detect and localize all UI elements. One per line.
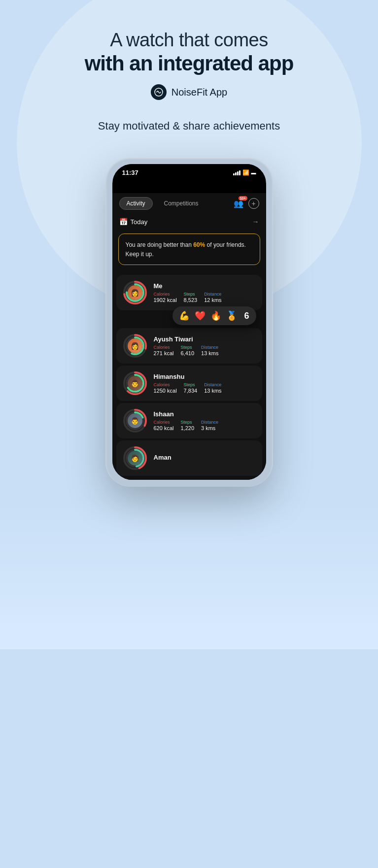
calories-ishaan: 620 kcal [154, 425, 174, 431]
subtitle: Stay motivated & share achievements [98, 120, 280, 133]
steps-himanshu: 7,834 [184, 388, 198, 394]
status-time: 11:37 [122, 169, 138, 176]
reaction-flex-icon[interactable]: 💪 [179, 310, 190, 321]
calories-label-me: Calories [154, 292, 177, 297]
avatar-ayush: 👩 [128, 338, 142, 353]
tabs-row: Activity Competitions 👥 10+ + [112, 193, 266, 214]
ring-aman: 🧑 [122, 445, 148, 471]
user-name-ayush: Ayush Tiwari [154, 335, 256, 343]
reaction-popup[interactable]: 💪 ❤️ 🔥 🏅 6 [172, 306, 256, 325]
calories-label-ishaan: Calories [154, 420, 174, 425]
user-info-me: Me Calories 1902 kcal Steps 8,523 [154, 282, 256, 303]
app-badge: NoiseFit App [151, 84, 227, 100]
distance-me: 12 kms [204, 297, 221, 303]
app-screen: Activity Competitions 👥 10+ + 📅 [112, 193, 266, 480]
steps-label-me: Steps [184, 292, 198, 297]
ring-me: 👩 [122, 280, 148, 305]
motivation-highlight: 60% [193, 241, 205, 248]
phone-inner: 11:37 📶 ▬ [112, 164, 266, 480]
motivation-card: You are doing better than 60% of your fr… [118, 234, 260, 265]
user-item-me[interactable]: 👩 Me Calories 1902 kcal [116, 275, 262, 310]
avatar-ishaan: 👨 [128, 413, 142, 428]
steps-label-ayush: Steps [180, 345, 194, 350]
user-stats-himanshu: Calories 1250 kcal Steps 7,834 Distance [154, 382, 256, 394]
reaction-medal-icon[interactable]: 🏅 [226, 310, 237, 321]
ring-ishaan: 👨 [122, 408, 148, 434]
tab-competitions[interactable]: Competitions [157, 197, 206, 210]
calories-ayush: 271 kcal [154, 350, 174, 356]
user-list: 👩 Me Calories 1902 kcal [112, 269, 266, 480]
calories-label-ayush: Calories [154, 345, 174, 350]
user-info-himanshu: Himanshu Calories 1250 kcal Steps 7,834 [154, 373, 256, 394]
app-name: NoiseFit App [172, 87, 227, 98]
status-bar: 11:37 📶 ▬ [112, 164, 266, 179]
avatar-himanshu: 👨 [128, 376, 142, 391]
user-info-ayush: Ayush Tiwari Calories 271 kcal Steps 6,4… [154, 335, 256, 356]
dynamic-island [167, 179, 211, 189]
distance-ishaan: 3 kms [201, 425, 218, 431]
signal-icon [233, 170, 241, 175]
avatar-me: 👩 [128, 285, 142, 300]
steps-me: 8,523 [184, 297, 198, 303]
status-icons: 📶 ▬ [233, 169, 256, 176]
user-stats-ayush: Calories 271 kcal Steps 6,410 Distance [154, 345, 256, 356]
ring-himanshu: 👨 [122, 370, 148, 396]
calories-label-himanshu: Calories [154, 382, 177, 387]
user-item-aman[interactable]: 🧑 Aman [116, 440, 262, 476]
user-info-ishaan: Ishaan Calories 620 kcal Steps 1,220 [154, 410, 256, 431]
reaction-fire-icon[interactable]: 🔥 [210, 310, 221, 321]
headline-bold: with an integrated app [85, 52, 294, 75]
user-name-himanshu: Himanshu [154, 373, 256, 380]
today-label: Today [131, 218, 148, 226]
user-item-ayush[interactable]: 👩 Ayush Tiwari Calories 271 kcal [116, 328, 262, 364]
distance-label-ayush: Distance [201, 345, 218, 350]
wifi-icon: 📶 [242, 169, 249, 176]
calendar-icon: 📅 [119, 218, 128, 226]
friends-badge: 10+ [239, 196, 247, 200]
phone-mockup: 11:37 📶 ▬ [105, 157, 273, 487]
steps-label-ishaan: Steps [180, 420, 194, 425]
user-item-ishaan[interactable]: 👨 Ishaan Calories 620 kcal [116, 403, 262, 438]
user-name-aman: Aman [154, 454, 256, 461]
tab-activity[interactable]: Activity [119, 197, 153, 210]
avatar-aman: 🧑 [128, 451, 142, 466]
today-arrow: → [252, 218, 259, 226]
reaction-heart-icon[interactable]: ❤️ [195, 310, 206, 321]
page-content: A watch that comes with an integrated ap… [0, 0, 378, 649]
user-stats-ishaan: Calories 620 kcal Steps 1,220 Distance [154, 420, 256, 431]
friend-icon-btn[interactable]: 👥 10+ [234, 199, 243, 208]
calories-himanshu: 1250 kcal [154, 388, 177, 394]
steps-label-himanshu: Steps [184, 382, 198, 387]
distance-ayush: 13 kms [201, 350, 218, 356]
today-row[interactable]: 📅 Today → [112, 214, 266, 230]
battery-icon: ▬ [251, 170, 256, 175]
distance-label-himanshu: Distance [204, 382, 221, 387]
bottom-section [0, 501, 378, 649]
distance-label-ishaan: Distance [201, 420, 218, 425]
motivation-text-prefix: You are doing better than [126, 241, 194, 248]
user-name-ishaan: Ishaan [154, 410, 256, 418]
steps-ayush: 6,410 [180, 350, 194, 356]
user-info-aman: Aman [154, 454, 256, 463]
noisefit-icon [151, 84, 167, 100]
friends-icon: 👥 [234, 200, 243, 208]
phone-outer: 11:37 📶 ▬ [105, 157, 273, 487]
user-stats-me: Calories 1902 kcal Steps 8,523 Distance [154, 292, 256, 303]
calories-me: 1902 kcal [154, 297, 177, 303]
reaction-count: 6 [244, 311, 249, 321]
user-item-himanshu[interactable]: 👨 Himanshu Calories 1250 kcal [116, 366, 262, 401]
distance-label-me: Distance [204, 292, 221, 297]
headline-light: A watch that comes [110, 30, 268, 51]
user-name-me: Me [154, 282, 256, 290]
ring-ayush: 👩 [122, 333, 148, 359]
distance-himanshu: 13 kms [204, 388, 221, 394]
tab-actions: 👥 10+ + [234, 198, 259, 209]
steps-ishaan: 1,220 [180, 425, 194, 431]
add-button[interactable]: + [248, 198, 259, 209]
